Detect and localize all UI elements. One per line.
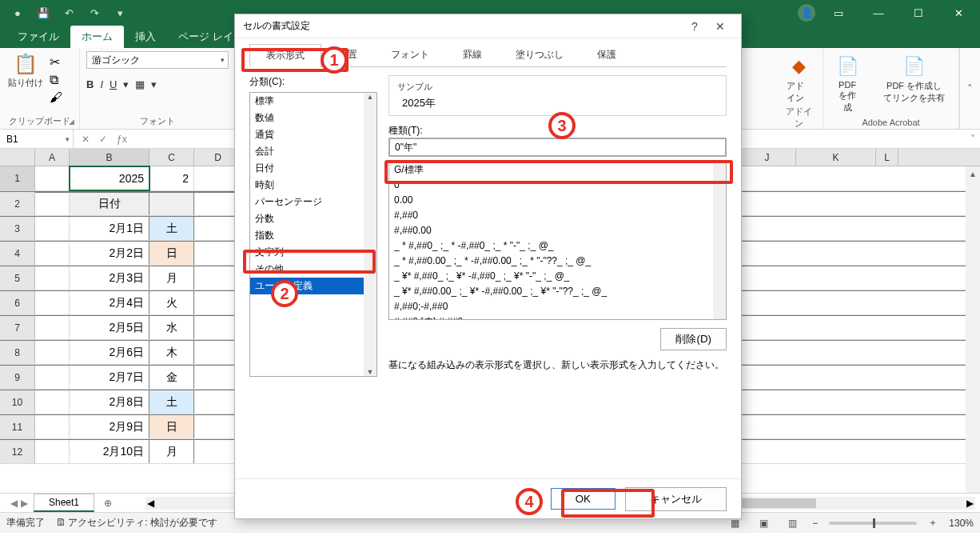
cancel-button[interactable]: キャンセル [625,487,727,511]
tab-fill[interactable]: 塗りつぶし [499,43,580,66]
list-item[interactable]: 指数 [250,227,376,244]
ok-button[interactable]: OK [551,488,615,510]
tab-alignment[interactable]: 配置 [321,43,374,66]
col-header[interactable]: L [876,149,898,166]
chevron-down-icon[interactable]: ▾ [221,56,225,64]
zoom-slider[interactable] [829,522,917,525]
tab-protection[interactable]: 保護 [580,43,633,66]
page-break-icon[interactable]: ▥ [783,518,801,529]
cut-icon[interactable]: ✂ [50,54,62,70]
create-pdf-button[interactable]: 📄PDF を作成 [830,51,865,114]
zoom-in-button[interactable]: ＋ [928,516,938,530]
list-item[interactable]: 標準 [250,93,376,110]
format-painter-icon[interactable]: 🖌 [50,90,62,105]
tab-insert[interactable]: 挿入 [124,26,167,48]
list-item[interactable]: _ * #,##0_ ;_ * -#,##0_ ;_ * "-"_ ;_ @_ [394,238,715,254]
addins-button[interactable]: ◆アドイン [782,51,816,104]
select-all[interactable] [0,149,35,166]
tab-border[interactable]: 罫線 [446,43,499,66]
cell[interactable]: 2月3日 [70,266,149,290]
qat-dropdown-icon[interactable]: ▾ [109,3,131,22]
cell[interactable]: 土 [149,217,194,240]
cell[interactable] [35,192,70,215]
cell[interactable] [35,291,70,314]
list-item[interactable]: 0 [394,178,715,193]
clipboard-launcher-icon[interactable]: ◢ [69,118,74,126]
page-layout-icon[interactable]: ▣ [755,518,772,529]
list-item[interactable]: 分数 [250,210,376,227]
cell[interactable] [35,266,70,290]
list-item[interactable]: 時刻 [250,177,376,194]
cell[interactable] [149,192,194,215]
list-item[interactable]: #,##0 [394,208,715,223]
vertical-scrollbar[interactable]: ▲ [966,166,980,493]
font-name-input[interactable]: 游ゴシック▾ [86,51,229,69]
minimize-button[interactable]: — [862,0,895,26]
tab-home[interactable]: ホーム [70,26,124,48]
delete-button[interactable]: 削除(D) [660,328,727,350]
close-icon[interactable]: ✕ [707,20,733,33]
list-item[interactable]: 文字列 [250,244,376,261]
row-header[interactable]: 2 [0,192,35,215]
cancel-icon[interactable]: ✕ [82,134,90,145]
list-item[interactable]: 日付 [250,160,376,177]
paste-button[interactable]: 📋 貼り付け [6,51,45,89]
row-header[interactable]: 5 [0,266,35,290]
list-item[interactable]: ユーザー定義 [250,278,376,294]
col-header[interactable]: J [739,149,796,166]
italic-button[interactable]: I [100,78,103,90]
cell[interactable]: 2月2日 [70,242,149,265]
list-item[interactable]: 数値 [250,110,376,126]
cell[interactable]: 2月1日 [70,217,149,240]
list-item[interactable]: #,##0;-#,##0 [394,299,715,314]
avatar[interactable]: 👤 [798,4,815,22]
row-header[interactable]: 9 [0,366,35,389]
sheet-tab[interactable]: Sheet1 [34,494,94,512]
tab-number[interactable]: 表示形式 [249,44,321,67]
cell[interactable] [35,217,70,240]
list-item[interactable]: _ ¥* #,##0.00_ ;_ ¥* -#,##0.00_ ;_ ¥* "-… [394,284,715,299]
row-header[interactable]: 10 [0,390,35,414]
chevron-down-icon[interactable]: ▾ [151,78,157,90]
list-item[interactable]: G/標準 [394,162,715,178]
cell[interactable] [35,242,70,265]
cell[interactable]: 2025 [70,166,149,190]
list-item[interactable]: その他 [250,261,376,278]
list-item[interactable]: 通貨 [250,126,376,143]
help-button[interactable]: ? [682,20,707,33]
cell[interactable]: 2月10日 [70,440,149,463]
collapse-ribbon-icon[interactable]: ˄ [959,48,980,129]
add-sheet-button[interactable]: ⊕ [98,498,118,509]
sheet-nav-icon[interactable]: ◀ ▶ [8,498,30,509]
row-header[interactable]: 1 [0,166,35,190]
list-item[interactable]: #,##0.00 [394,223,715,238]
cell[interactable]: 土 [149,390,194,414]
autosave-toggle[interactable]: ● [6,3,29,22]
tab-font[interactable]: フォント [374,43,446,66]
format-list[interactable]: G/標準 0 0.00 #,##0 #,##0.00 _ * #,##0_ ;_… [388,160,727,320]
create-pdf-share-button[interactable]: 📄PDF を作成し てリンクを共有 [876,51,952,114]
list-item[interactable]: _ * #,##0.00_ ;_ * -#,##0.00_ ;_ * "-"??… [394,254,715,269]
copy-icon[interactable]: ⧉ [50,73,62,87]
cell[interactable]: 2月6日 [70,341,149,364]
col-header[interactable]: C [149,149,194,166]
cell[interactable]: 2月7日 [70,366,149,389]
cell[interactable] [35,415,70,438]
col-header[interactable]: B [70,149,149,166]
cell[interactable] [35,166,70,190]
cell[interactable]: 2月5日 [70,316,149,339]
enter-icon[interactable]: ✓ [99,134,107,145]
cell[interactable] [35,390,70,414]
cell[interactable]: 火 [149,291,194,314]
cell[interactable]: 2月8日 [70,390,149,414]
bold-button[interactable]: B [86,78,94,90]
cell[interactable] [35,316,70,339]
name-box[interactable]: B1▾ [0,130,74,148]
cell[interactable]: 月 [149,266,194,290]
tab-file[interactable]: ファイル [6,26,70,48]
type-input[interactable] [388,138,727,157]
zoom-level[interactable]: 130% [949,518,974,529]
scrollbar[interactable] [713,161,726,319]
cell[interactable]: 金 [149,366,194,389]
cell[interactable]: 2月9日 [70,415,149,438]
